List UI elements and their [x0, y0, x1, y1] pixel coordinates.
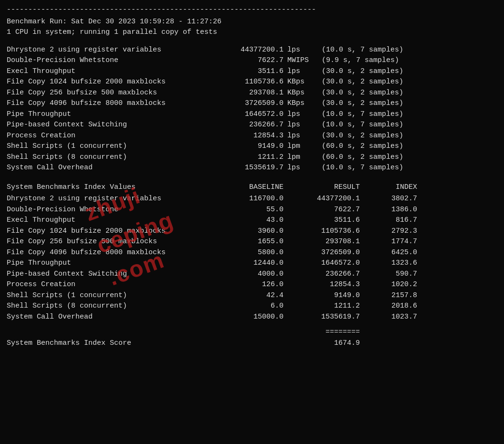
index-row-result: 1646572.0 — [284, 258, 360, 269]
index-row-result: 236266.7 — [284, 269, 360, 280]
index-row-result: 9149.0 — [284, 290, 360, 301]
index-row-baseline: 5800.0 — [207, 248, 284, 258]
result-value: 12854.3 — [207, 131, 284, 142]
index-row-name: Execl Throughput — [7, 215, 207, 226]
benchmark-results: Dhrystone 2 using register variables4437… — [7, 45, 497, 174]
index-header-row: System Benchmarks Index ValuesBASELINERE… — [7, 182, 497, 193]
result-meta: (10.0 s, 7 samples) — [322, 120, 497, 131]
result-value: 9149.0 — [207, 141, 284, 152]
index-row-index: 2792.3 — [360, 226, 417, 237]
result-meta: (30.0 s, 2 samples) — [322, 98, 497, 109]
result-meta: (60.0 s, 2 samples) — [322, 141, 497, 152]
index-row-result: 3726509.0 — [284, 248, 360, 258]
result-row: Shell Scripts (1 concurrent)9149.0lpm(60… — [7, 141, 497, 152]
index-row: Shell Scripts (1 concurrent)42.49149.021… — [7, 290, 497, 301]
index-header-baseline: BASELINE — [207, 182, 284, 193]
result-unit: KBps — [284, 98, 322, 109]
index-header-index: INDEX — [360, 182, 417, 193]
result-name: Pipe Throughput — [7, 109, 207, 120]
score-equals-value: ======== — [284, 327, 360, 338]
result-row: Shell Scripts (8 concurrent)1211.2lpm(60… — [7, 152, 497, 163]
index-row-result: 7622.7 — [284, 205, 360, 216]
index-row-name: File Copy 4096 bufsize 8000 maxblocks — [7, 248, 207, 258]
result-name: Execl Throughput — [7, 66, 207, 77]
result-unit: KBps — [284, 88, 322, 99]
separator-top: ----------------------------------------… — [7, 5, 497, 16]
result-value: 293708.1 — [207, 88, 284, 99]
index-row-baseline: 4000.0 — [207, 269, 284, 280]
result-value: 7622.7 — [207, 55, 284, 66]
index-row-result: 12854.3 — [284, 279, 360, 290]
index-row: Pipe Throughput12440.01646572.01323.6 — [7, 258, 497, 269]
result-row: Pipe-based Context Switching236266.7lps(… — [7, 120, 497, 131]
index-section: System Benchmarks Index ValuesBASELINERE… — [7, 182, 497, 323]
score-label: System Benchmarks Index Score — [7, 338, 284, 349]
index-row: Dhrystone 2 using register variables1167… — [7, 194, 497, 205]
score-equals-row: ======== — [7, 327, 497, 338]
index-row-name: Shell Scripts (1 concurrent) — [7, 290, 207, 301]
result-meta: (10.0 s, 7 samples) — [322, 163, 497, 174]
result-value: 1211.2 — [207, 152, 284, 163]
index-row: File Copy 1024 bufsize 2000 maxblocks396… — [7, 226, 497, 237]
result-row: Pipe Throughput1646572.0lps(10.0 s, 7 sa… — [7, 109, 497, 120]
score-value: 1674.9 — [284, 338, 360, 349]
result-meta: (30.0 s, 2 samples) — [322, 66, 497, 77]
index-header-name: System Benchmarks Index Values — [7, 182, 207, 193]
index-row-result: 293708.1 — [284, 237, 360, 248]
result-unit: lps — [284, 163, 322, 174]
result-name: Dhrystone 2 using register variables — [7, 45, 207, 56]
index-row-name: File Copy 256 bufsize 500 maxblocks — [7, 237, 207, 248]
index-row: System Call Overhead15000.01535619.71023… — [7, 312, 497, 323]
index-row-baseline: 126.0 — [207, 279, 284, 290]
index-row: Double-Precision Whetstone55.07622.71386… — [7, 205, 497, 216]
result-row: Process Creation12854.3lps(30.0 s, 2 sam… — [7, 131, 497, 142]
index-row-index: 590.7 — [360, 269, 417, 280]
index-row-result: 44377200.1 — [284, 194, 360, 205]
score-section: ========System Benchmarks Index Score167… — [7, 327, 497, 349]
result-meta: (9.9 s, 7 samples) — [322, 55, 497, 66]
index-row-baseline: 12440.0 — [207, 258, 284, 269]
result-value: 3511.6 — [207, 66, 284, 77]
index-header-result: RESULT — [284, 182, 360, 193]
index-row-result: 1105736.6 — [284, 226, 360, 237]
result-unit: lps — [284, 45, 322, 56]
result-meta: (10.0 s, 7 samples) — [322, 109, 497, 120]
index-row: Shell Scripts (8 concurrent)6.01211.2201… — [7, 301, 497, 312]
index-row-index: 1386.0 — [360, 205, 417, 216]
index-row-name: System Call Overhead — [7, 312, 207, 323]
result-unit: MWIPS — [284, 55, 322, 66]
result-unit: KBps — [284, 77, 322, 88]
result-value: 1646572.0 — [207, 109, 284, 120]
index-row-index: 816.7 — [360, 215, 417, 226]
index-row-name: Process Creation — [7, 279, 207, 290]
result-meta: (30.0 s, 2 samples) — [322, 88, 497, 99]
result-name: Shell Scripts (8 concurrent) — [7, 152, 207, 163]
index-row-baseline: 116700.0 — [207, 194, 284, 205]
result-row: System Call Overhead1535619.7lps(10.0 s,… — [7, 163, 497, 174]
index-row-baseline: 6.0 — [207, 301, 284, 312]
result-row: Double-Precision Whetstone7622.7MWIPS(9.… — [7, 55, 497, 66]
index-row: File Copy 256 bufsize 500 maxblocks1655.… — [7, 237, 497, 248]
result-row: File Copy 4096 bufsize 8000 maxblocks372… — [7, 98, 497, 109]
result-meta: (30.0 s, 2 samples) — [322, 77, 497, 88]
index-row: Process Creation126.012854.31020.2 — [7, 279, 497, 290]
score-equals-spacer — [7, 327, 284, 338]
index-row: Pipe-based Context Switching4000.0236266… — [7, 269, 497, 280]
result-row: Dhrystone 2 using register variables4437… — [7, 45, 497, 56]
result-name: Process Creation — [7, 131, 207, 142]
result-value: 44377200.1 — [207, 45, 284, 56]
result-unit: lps — [284, 66, 322, 77]
index-row-index: 1323.6 — [360, 258, 417, 269]
index-row-name: Pipe-based Context Switching — [7, 269, 207, 280]
index-row-name: Pipe Throughput — [7, 258, 207, 269]
result-name: Pipe-based Context Switching — [7, 120, 207, 131]
index-row-baseline: 15000.0 — [207, 312, 284, 323]
index-row-index: 2157.8 — [360, 290, 417, 301]
result-meta: (10.0 s, 7 samples) — [322, 45, 497, 56]
index-row-index: 1774.7 — [360, 237, 417, 248]
index-row-result: 3511.6 — [284, 215, 360, 226]
result-unit: lpm — [284, 152, 322, 163]
index-row-index: 1023.7 — [360, 312, 417, 323]
index-row-index: 3802.7 — [360, 194, 417, 205]
result-row: File Copy 1024 bufsize 2000 maxblocks110… — [7, 77, 497, 88]
